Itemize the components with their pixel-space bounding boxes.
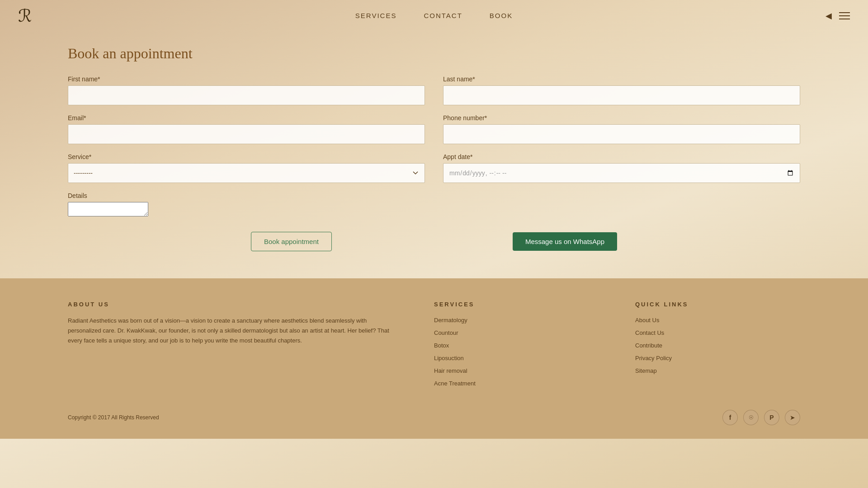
footer-link-liposuction[interactable]: Liposuction — [434, 355, 464, 361]
contact-row: Email* Phone number* — [68, 114, 800, 144]
nav-book[interactable]: BOOK — [490, 12, 513, 19]
nav-arrow-icon[interactable]: ◀ — [826, 11, 832, 21]
appt-date-group: Appt date* — [443, 153, 800, 183]
last-name-label: Last name* — [443, 75, 800, 83]
pinterest-icon[interactable]: P — [764, 410, 779, 425]
service-group: Service* --------- Dermatology Countour … — [68, 153, 425, 183]
footer-link-countour[interactable]: Countour — [434, 329, 458, 336]
footer-link-contact-us[interactable]: Contact Us — [635, 329, 664, 336]
nav-links: SERVICES CONTACT BOOK — [355, 12, 513, 20]
book-appointment-button[interactable]: Book appointment — [251, 232, 332, 251]
footer-grid: ABOUT US Radiant Aesthetics was born out… — [68, 301, 800, 392]
navbar: ℛ SERVICES CONTACT BOOK ◀ — [0, 0, 868, 32]
footer-quick-links: About Us Contact Us Contribute Privacy P… — [635, 316, 800, 375]
footer-socials: f ☉ P ➤ — [722, 410, 800, 425]
nav-logo[interactable]: ℛ — [18, 6, 32, 26]
footer-link-acne-treatment[interactable]: Acne Treatment — [434, 380, 476, 387]
first-name-label: First name* — [68, 75, 425, 83]
first-name-group: First name* — [68, 75, 425, 105]
form-buttons: Book appointment Message us on WhatsApp — [68, 232, 800, 251]
first-name-input[interactable] — [68, 85, 425, 105]
footer-services-links: Dermatology Countour Botox Liposuction H… — [434, 316, 599, 387]
details-group: Details — [68, 192, 800, 218]
last-name-group: Last name* — [443, 75, 800, 105]
email-group: Email* — [68, 114, 425, 144]
service-select[interactable]: --------- Dermatology Countour Botox Lip… — [68, 163, 425, 183]
details-input[interactable] — [68, 202, 148, 216]
footer-link-contribute[interactable]: Contribute — [635, 342, 662, 349]
email-input[interactable] — [68, 124, 425, 144]
footer-link-about-us[interactable]: About Us — [635, 317, 659, 324]
service-date-row: Service* --------- Dermatology Countour … — [68, 153, 800, 183]
appt-date-input[interactable] — [443, 163, 800, 183]
booking-form: First name* Last name* Email* Phone numb… — [68, 75, 800, 251]
footer-about-col: ABOUT US Radiant Aesthetics was born out… — [68, 301, 398, 392]
phone-input[interactable] — [443, 124, 800, 144]
details-label: Details — [68, 192, 800, 199]
twitter-icon[interactable]: ➤ — [785, 410, 800, 425]
nav-services[interactable]: SERVICES — [355, 12, 397, 19]
footer-link-botox[interactable]: Botox — [434, 342, 449, 349]
appt-date-label: Appt date* — [443, 153, 800, 160]
facebook-icon[interactable]: f — [722, 410, 738, 425]
name-row: First name* Last name* — [68, 75, 800, 105]
phone-label: Phone number* — [443, 114, 800, 122]
phone-group: Phone number* — [443, 114, 800, 144]
footer-link-sitemap[interactable]: Sitemap — [635, 367, 657, 374]
booking-form-section: Book an appointment First name* Last nam… — [0, 32, 868, 278]
service-label: Service* — [68, 153, 425, 160]
footer-quick-links-col: QUICK LINKS About Us Contact Us Contribu… — [635, 301, 800, 392]
nav-contact[interactable]: CONTACT — [424, 12, 462, 19]
instagram-icon[interactable]: ☉ — [743, 410, 759, 425]
footer-about-text: Radiant Aesthetics was born out of a vis… — [68, 316, 398, 346]
last-name-input[interactable] — [443, 85, 800, 105]
footer-link-dermatology[interactable]: Dermatology — [434, 317, 467, 324]
footer-link-hair-removal[interactable]: Hair removal — [434, 367, 467, 374]
footer-bottom: Copyright © 2017 All Rights Reserved f ☉… — [68, 410, 800, 425]
whatsapp-button[interactable]: Message us on WhatsApp — [513, 232, 617, 251]
footer-copyright: Copyright © 2017 All Rights Reserved — [68, 414, 159, 421]
footer-services-title: SERVICES — [434, 301, 599, 308]
footer-about-title: ABOUT US — [68, 301, 398, 308]
footer-quick-links-title: QUICK LINKS — [635, 301, 800, 308]
form-title: Book an appointment — [68, 45, 800, 62]
footer-link-privacy-policy[interactable]: Privacy Policy — [635, 355, 672, 361]
footer-services-col: SERVICES Dermatology Countour Botox Lipo… — [434, 301, 599, 392]
email-label: Email* — [68, 114, 425, 122]
footer: ABOUT US Radiant Aesthetics was born out… — [0, 278, 868, 439]
hamburger-menu[interactable] — [839, 12, 850, 19]
